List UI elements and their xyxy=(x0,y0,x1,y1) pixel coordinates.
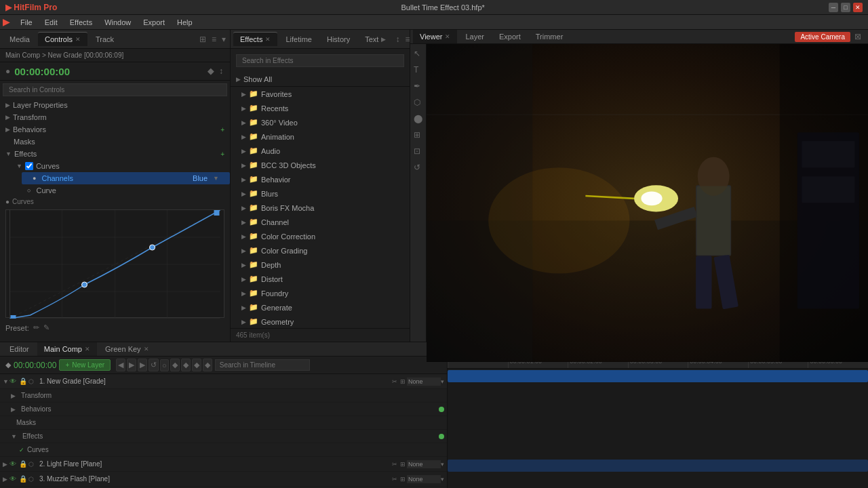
maximize-button[interactable]: □ xyxy=(841,3,850,12)
effect-recents[interactable]: ▶ 📁 Recents xyxy=(231,101,410,115)
tab-viewer[interactable]: Viewer ✕ xyxy=(413,30,457,43)
layer-row-2[interactable]: ▶ 👁 🔒 ⬡ 2. Light Flare [Plane] ✂ ⊞ None … xyxy=(0,457,447,472)
expand-sub[interactable]: ▶ xyxy=(11,392,16,399)
menu-window[interactable]: Window xyxy=(99,17,136,28)
close-button[interactable]: ✕ xyxy=(853,3,863,12)
blend-dropdown[interactable]: ▾ xyxy=(441,476,444,483)
sub-row-masks[interactable]: Masks xyxy=(0,416,447,430)
viewer-tool-select[interactable]: ↖ xyxy=(412,47,425,60)
tab-export[interactable]: Export xyxy=(492,30,528,43)
tl-next-btn[interactable]: ▶ xyxy=(138,359,147,371)
eye-icon[interactable]: 👁 xyxy=(9,378,19,385)
sub-row-behaviors[interactable]: ▶ Behaviors xyxy=(0,403,447,416)
expand-sub[interactable]: ▼ xyxy=(11,433,17,440)
effect-colorcorrection[interactable]: ▶ 📁 Color Correction xyxy=(231,229,410,243)
effect-colorgrading[interactable]: ▶ 📁 Color Grading xyxy=(231,243,410,258)
minimize-button[interactable]: ─ xyxy=(829,3,838,12)
effect-favorites[interactable]: ▶ 📁 Favorites xyxy=(231,87,410,101)
viewer-tool-text[interactable]: T xyxy=(412,63,425,77)
menu-file[interactable]: File xyxy=(15,17,38,28)
panel-grid-icon[interactable]: ⊞ xyxy=(198,33,208,45)
blend-icon[interactable]: ⊞ xyxy=(399,461,407,468)
masks-row[interactable]: Masks xyxy=(0,136,230,148)
expand-icon[interactable]: ▶ xyxy=(3,476,9,483)
tab-text[interactable]: Text ▶ xyxy=(358,33,393,46)
layer-properties-row[interactable]: ▶ Layer Properties xyxy=(0,99,230,111)
expand-icon[interactable]: ▶ xyxy=(3,461,9,468)
panel-menu-icon[interactable]: ▾ xyxy=(220,33,227,45)
effects-tab-close[interactable]: ✕ xyxy=(265,36,271,43)
tl-btn2[interactable]: ◆ xyxy=(170,359,180,371)
nav-icon[interactable]: ↕ xyxy=(218,65,224,77)
viewer-tool-expand[interactable]: ⊞ xyxy=(412,128,425,142)
effect-blurs[interactable]: ▶ 📁 Blurs xyxy=(231,186,410,201)
effect-audio[interactable]: ▶ 📁 Audio xyxy=(231,144,410,158)
tl-loop-btn[interactable]: ↺ xyxy=(149,359,159,371)
tl-btn3[interactable]: ◆ xyxy=(181,359,191,371)
tl-btn4[interactable]: ◆ xyxy=(192,359,201,371)
blend-dropdown[interactable]: ▾ xyxy=(441,461,444,468)
curve-row[interactable]: ○ Curve xyxy=(22,184,230,197)
tab-layer[interactable]: Layer xyxy=(458,30,491,43)
blend-dropdown[interactable]: ▾ xyxy=(441,378,444,385)
channel-dropdown[interactable]: ▼ xyxy=(213,175,219,182)
effect-distort[interactable]: ▶ 📁 Distort xyxy=(231,272,410,286)
preset-pencil-icon[interactable]: ✏ xyxy=(33,323,39,332)
greenkey-tab-close[interactable]: ✕ xyxy=(144,346,149,352)
maincomp-tab-close[interactable]: ✕ xyxy=(85,346,90,352)
transform-row[interactable]: ▶ Transform xyxy=(0,111,230,123)
tab-main-comp[interactable]: Main Comp ✕ xyxy=(37,342,97,356)
controls-search[interactable] xyxy=(3,83,227,96)
effects-search[interactable] xyxy=(236,54,404,67)
preset-edit-icon[interactable]: ✎ xyxy=(43,323,50,332)
viewer-tool-crop[interactable]: ⊡ xyxy=(412,144,425,158)
media-icon[interactable]: ✂ xyxy=(391,461,399,468)
tab-controls[interactable]: Controls ✕ xyxy=(38,32,87,46)
tab-green-key[interactable]: Green Key ✕ xyxy=(98,342,156,356)
show-all-row[interactable]: ▶ Show All xyxy=(231,73,410,87)
new-layer-button[interactable]: + New Layer xyxy=(59,359,111,371)
sub-row-transform[interactable]: ▶ Transform xyxy=(0,389,447,403)
lock-icon[interactable]: 🔒 xyxy=(19,475,28,483)
tab-trimmer[interactable]: Trimmer xyxy=(529,30,570,43)
sub-sub-row-curves[interactable]: ✓ Curves xyxy=(0,443,447,457)
media-icon[interactable]: ✂ xyxy=(391,476,399,483)
text-tab-arrow[interactable]: ▶ xyxy=(381,36,386,43)
track-block-1[interactable] xyxy=(448,370,868,382)
curves-checkbox[interactable] xyxy=(25,162,33,170)
viewer-side-icon[interactable]: ⊠ xyxy=(853,30,863,43)
keyframe-nav-icon[interactable]: ◆ xyxy=(5,361,11,369)
effect-360video[interactable]: ▶ 📁 360° Video xyxy=(231,115,410,129)
menu-help[interactable]: Help xyxy=(172,17,198,28)
lock-icon[interactable]: 🔒 xyxy=(19,378,28,385)
track-block-2[interactable] xyxy=(448,460,868,472)
menu-export[interactable]: Export xyxy=(138,17,170,28)
curves-row[interactable]: ▼ Curves xyxy=(11,160,230,172)
expand-sub[interactable]: ▶ xyxy=(11,406,16,413)
timeline-search[interactable] xyxy=(215,359,310,371)
curve-graph[interactable] xyxy=(5,209,224,318)
effect-generate[interactable]: ▶ 📁 Generate xyxy=(231,300,410,314)
active-camera-button[interactable]: Active Camera xyxy=(795,32,850,42)
panel-list-icon[interactable]: ≡ xyxy=(210,33,218,45)
viewer-tool-mask[interactable]: ⬡ xyxy=(412,96,425,109)
tab-track[interactable]: Track xyxy=(89,33,121,46)
viewer-tab-close[interactable]: ✕ xyxy=(445,33,450,40)
tab-controls-close[interactable]: ✕ xyxy=(75,36,81,43)
viewer-tool-pen[interactable]: ✒ xyxy=(412,79,425,93)
effect-animation[interactable]: ▶ 📁 Animation xyxy=(231,129,410,144)
menu-edit[interactable]: Edit xyxy=(39,17,63,28)
blend-icon[interactable]: ⊞ xyxy=(399,476,407,483)
effect-behavior[interactable]: ▶ 📁 Behavior xyxy=(231,172,410,186)
media-icon[interactable]: ✂ xyxy=(391,378,399,385)
tab-effects[interactable]: Effects ✕ xyxy=(233,32,277,46)
eye-icon[interactable]: 👁 xyxy=(9,475,19,483)
curves-check[interactable]: ✓ xyxy=(19,447,24,453)
effects-row[interactable]: ▼ Effects + xyxy=(0,148,230,160)
effects-add[interactable]: + xyxy=(220,150,224,158)
effect-bcc3d[interactable]: ▶ 📁 BCC 3D Objects xyxy=(231,158,410,172)
viewer-canvas[interactable] xyxy=(427,44,868,362)
behaviors-row[interactable]: ▶ Behaviors + xyxy=(0,123,230,136)
viewer-tool-color[interactable]: ⬤ xyxy=(412,112,425,125)
blend-icon[interactable]: ⊞ xyxy=(399,378,407,385)
